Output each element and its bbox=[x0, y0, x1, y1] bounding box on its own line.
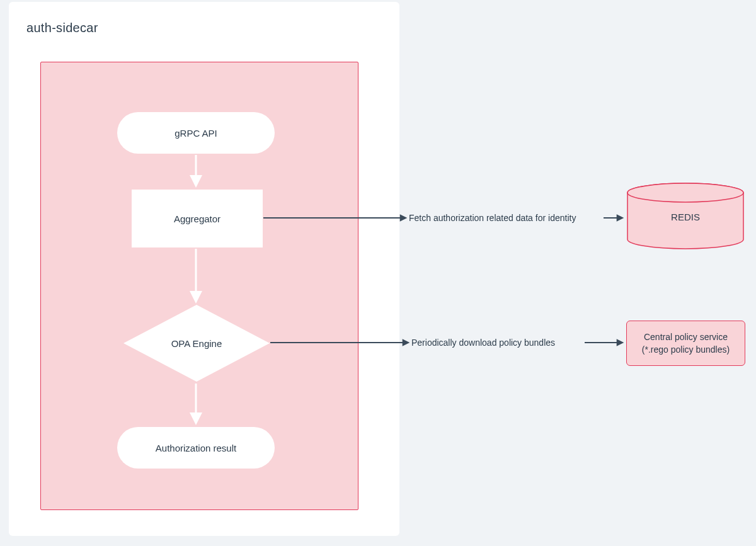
node-label: Central policy service (*.rego policy bu… bbox=[642, 331, 730, 356]
node-redis: REDIS bbox=[626, 183, 745, 249]
node-label: Authorization result bbox=[156, 443, 236, 453]
node-label: REDIS bbox=[626, 212, 745, 222]
node-label: Aggregator bbox=[174, 213, 220, 224]
edge-label-fetch: Fetch authorization related data for ide… bbox=[409, 213, 576, 223]
node-opa-engine: OPA Engine bbox=[123, 305, 270, 382]
node-label: OPA Engine bbox=[171, 338, 222, 349]
node-auth-result: Authorization result bbox=[117, 427, 275, 469]
node-grpc-api: gRPC API bbox=[117, 112, 275, 154]
panel-title: auth-sidecar bbox=[26, 21, 98, 35]
edge-label-download: Periodically download policy bundles bbox=[411, 338, 555, 348]
node-label: gRPC API bbox=[175, 128, 217, 139]
node-policy-service: Central policy service (*.rego policy bu… bbox=[626, 321, 745, 366]
svg-point-2 bbox=[627, 183, 743, 202]
node-aggregator: Aggregator bbox=[132, 190, 263, 247]
